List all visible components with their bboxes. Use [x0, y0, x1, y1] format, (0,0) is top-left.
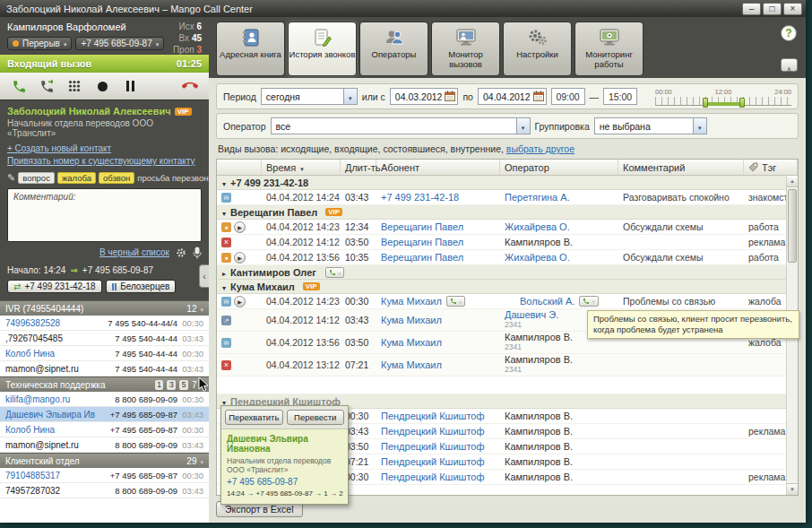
call-group-row[interactable]: Верещагин Павел VIP	[217, 205, 798, 220]
play-record-button[interactable]	[234, 252, 246, 264]
date-to-field[interactable]: 04.04.2012	[478, 88, 547, 105]
dropdown-button[interactable]	[343, 89, 357, 104]
hold-call-button[interactable]	[121, 77, 139, 95]
collapse-expander-icon[interactable]	[222, 177, 226, 188]
abonent-link[interactable]: Пендрецкий Кшиштоф	[381, 456, 485, 467]
play-record-button[interactable]	[234, 296, 246, 307]
column-duration[interactable]: Длит-ть	[341, 160, 376, 175]
call-group-row[interactable]: +7 499 231-42-18	[217, 176, 798, 190]
slider-handle-end[interactable]	[739, 98, 745, 108]
intercept-button[interactable]: Перехватить	[225, 410, 283, 425]
abonent-link[interactable]: Верещагин Павел	[381, 221, 463, 232]
scrollbar-thumb[interactable]	[788, 189, 797, 263]
minimize-button[interactable]	[742, 3, 761, 15]
abonent-link[interactable]: Верещагин Павел	[381, 237, 463, 247]
choose-other-types-link[interactable]: выбрать другое	[506, 143, 574, 154]
call-row[interactable]: 04.04.2012 14:23 12:34 Верещагин Павел Ж…	[217, 220, 798, 235]
column-time[interactable]: Время	[262, 160, 341, 175]
operator-link[interactable]: Жихайрева О.	[505, 222, 614, 232]
column-abonent[interactable]: Абонент	[376, 160, 500, 175]
agent-phone-dropdown[interactable]: +7 495 685-09-87	[75, 37, 164, 50]
call-comment[interactable]: Обсуждали схемы	[618, 252, 744, 263]
period-select[interactable]: сегодня	[261, 88, 358, 105]
date-from-field[interactable]: 04.03.2012	[390, 88, 459, 105]
queue-call-row[interactable]: kilifa@mango.ru 8 800 689-09-09 00:30	[0, 392, 209, 407]
attach-number-link[interactable]: Привязать номер к существующему контакту	[7, 156, 195, 166]
gear-icon[interactable]	[176, 247, 186, 260]
call-row[interactable]: 04.04.2012 14:12 03:50 Верещагин Павел К…	[217, 235, 798, 250]
column-operator[interactable]: Оператор	[500, 160, 618, 175]
blacklist-link[interactable]: В черный список	[99, 247, 169, 257]
call-group-row[interactable]: Кантимиров Олег	[217, 265, 798, 280]
call-comment[interactable]: Проблемы со связью	[618, 296, 744, 307]
call-actions-menu[interactable]	[579, 296, 599, 307]
call-actions-menu[interactable]	[446, 296, 466, 307]
queue-header[interactable]: Клиентский отдел 29	[0, 453, 209, 468]
tab-operators[interactable]: Операторы	[359, 22, 428, 76]
collapse-expander-icon[interactable]	[222, 281, 226, 292]
call-row[interactable]: 04.04.2012 13:12 07:21 Кума Михаил Кампи…	[217, 354, 798, 377]
time-to-field[interactable]: 15:00	[603, 88, 637, 105]
edit-tags-icon[interactable]	[7, 172, 15, 184]
toolbar-collapse-button[interactable]	[781, 58, 798, 72]
scroll-up-button[interactable]	[787, 176, 798, 187]
queue-call-row[interactable]: Колоб Нина 7 495 540-44-44 00:30	[0, 346, 209, 361]
tab-work-monitoring[interactable]: Мониторинг работы	[574, 22, 644, 76]
abonent-link[interactable]: Пендрецкий Кшиштоф	[381, 411, 485, 421]
queue-header[interactable]: Техническая поддержка 1 3 5 7	[0, 377, 209, 392]
hangup-button[interactable]	[181, 77, 199, 95]
operator-select[interactable]: все	[271, 117, 531, 134]
abonent-link[interactable]: Кума Михаил	[381, 315, 442, 325]
scroll-down-button[interactable]	[787, 483, 798, 495]
queue-call-row[interactable]: mamon@sipnet.ru 7 495 540-44-44 03:43	[0, 361, 209, 377]
slider-handle-start[interactable]	[703, 98, 708, 108]
held-call-name-chip[interactable]: Белозерцев	[106, 280, 177, 293]
record-call-button[interactable]	[93, 77, 111, 95]
answer-call-button[interactable]	[10, 77, 28, 95]
tag-pill[interactable]: обзвон	[99, 172, 134, 184]
tab-address-book[interactable]: Адресная книга	[216, 22, 285, 76]
call-comment[interactable]: Разговаривать спокойно	[618, 192, 744, 203]
queue-call-row[interactable]: Колоб Нина +7 495 685-09-87 00:30	[0, 422, 209, 437]
microphone-icon[interactable]	[193, 247, 202, 261]
tab-call-history[interactable]: История звонков	[288, 22, 357, 76]
queue-call-row[interactable]: ,79267045485 7 495 540-44-44 03:43	[0, 331, 209, 346]
create-contact-link[interactable]: + Создать новый контакт	[7, 143, 111, 153]
tag-pill[interactable]: вопрос	[18, 172, 55, 184]
queue-call-row-selected[interactable]: Дашевич Эльвира Ивановна +7 495 685-09-8…	[0, 407, 209, 422]
call-actions-menu[interactable]	[325, 267, 345, 278]
column-tag[interactable]: Тэг	[744, 160, 798, 175]
close-button[interactable]	[783, 3, 802, 15]
tab-settings[interactable]: Настройки	[503, 22, 572, 76]
column-comment[interactable]: Комментарий	[618, 160, 744, 175]
abonent-link[interactable]: Кума Михаил	[381, 337, 442, 348]
call-row[interactable]: 04.04.2012 14:23 00:30 Кума Михаил Вольс…	[217, 294, 798, 309]
abonent-link[interactable]: Пендрецкий Кшиштоф	[381, 472, 485, 482]
abonent-link[interactable]: Кума Михаил	[381, 296, 442, 307]
agent-status-dropdown[interactable]: Перерыв	[7, 37, 72, 50]
transfer-button[interactable]: Перевести	[287, 410, 345, 425]
abonent-link[interactable]: +7 499 231-42-18	[381, 192, 459, 203]
call-row[interactable]: 04.04.2012 13:56 10:35 Верещагин Павел Ж…	[217, 250, 798, 265]
collapse-expander-icon[interactable]	[222, 207, 226, 218]
tab-call-monitor[interactable]: Монитор вызовов	[431, 22, 500, 76]
play-record-button[interactable]	[234, 221, 246, 233]
help-button[interactable]: ?	[781, 25, 797, 41]
call-row[interactable]: 04.04.2012 14:24 03:43 +7 499 231-42-18 …	[217, 190, 798, 205]
popup-caller-phone[interactable]: +7 495 685-09-87	[227, 477, 342, 487]
abonent-link[interactable]: Пендрецкий Кшиштоф	[381, 426, 485, 437]
call-group-row[interactable]: Кума Михаил VIP	[217, 280, 798, 294]
call-comment[interactable]: Обсуждали схемы	[618, 221, 744, 232]
comment-input[interactable]: Комментарий:	[7, 188, 202, 242]
calendar-icon[interactable]	[533, 91, 544, 103]
queue-call-row[interactable]: mamon@sipnet.ru 8 800 689-09-09 03:43	[0, 437, 209, 453]
held-call-number-chip[interactable]: +7 499 231-42-18	[7, 280, 102, 293]
time-from-field[interactable]: 09:00	[551, 88, 585, 105]
operator-link[interactable]: Вольский А.	[520, 297, 574, 307]
grouping-select[interactable]: не выбрана	[594, 117, 707, 134]
abonent-link[interactable]: Кума Михаил	[381, 359, 442, 370]
queue-call-row[interactable]: 74957287032 8 800 689-09-09 03:43	[0, 483, 209, 498]
dropdown-button[interactable]	[516, 118, 530, 134]
queue-call-row[interactable]: 79104885317 +7 495 685-09-87 00:30	[0, 468, 209, 483]
maximize-button[interactable]	[763, 3, 782, 15]
